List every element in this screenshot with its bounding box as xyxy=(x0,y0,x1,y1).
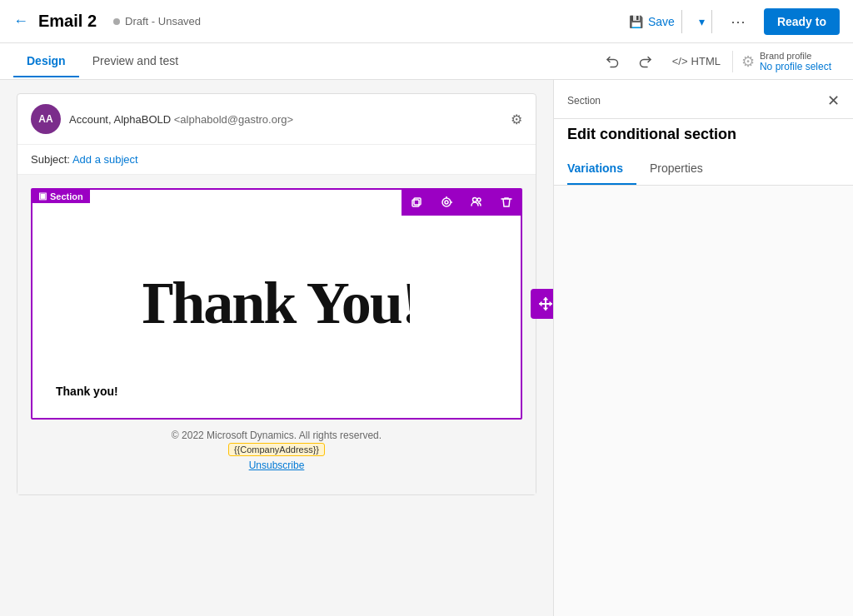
close-panel-button[interactable]: ✕ xyxy=(827,92,840,110)
right-panel: Section ✕ Edit conditional section Varia… xyxy=(553,80,853,616)
brand-profile-value: No profile select xyxy=(760,61,831,72)
copyright-text: © 2022 Microsoft Dynamics. All rights re… xyxy=(44,430,509,441)
save-dropdown-button[interactable]: ▾ xyxy=(692,10,712,33)
tab-variations[interactable]: Variations xyxy=(567,153,636,185)
settings-button[interactable]: ⚙ xyxy=(511,112,522,127)
company-address-tag: {{CompanyAddress}} xyxy=(228,443,325,456)
section-toolbar xyxy=(402,189,521,216)
thank-you-image: Thank You! xyxy=(143,231,410,365)
section-condition-button[interactable] xyxy=(431,189,461,216)
save-label: Save xyxy=(648,15,675,28)
panel-tabs: Variations Properties xyxy=(554,153,853,186)
right-panel-header: Section ✕ xyxy=(554,80,853,119)
subject-prefix: Subject: xyxy=(31,153,70,166)
avatar: AA xyxy=(31,104,61,134)
sender-info: Account, AlphaBOLD <alphabold@gastro.org… xyxy=(69,113,511,126)
brand-profile-icon: ⚙ xyxy=(741,52,755,71)
draft-label: Draft - Unsaved xyxy=(125,15,201,27)
back-button[interactable]: ← xyxy=(13,12,28,30)
panel-content xyxy=(554,186,853,616)
main-content: AA Account, AlphaBOLD <alphabold@gastro.… xyxy=(0,80,853,616)
svg-point-3 xyxy=(445,201,448,204)
svg-point-6 xyxy=(473,198,477,202)
ready-to-button[interactable]: Ready to xyxy=(764,8,840,35)
section-content: Thank You! Thank you! xyxy=(32,190,521,418)
sender-name: Account, AlphaBOLD xyxy=(69,113,171,126)
section-audience-button[interactable] xyxy=(461,189,491,216)
undo-button[interactable] xyxy=(597,47,627,77)
right-panel-title-row: Section xyxy=(567,95,601,107)
svg-rect-0 xyxy=(412,200,419,206)
thank-you-svg: Thank You! xyxy=(143,231,410,365)
save-icon: 💾 xyxy=(629,15,643,28)
email-body-area: ▣ Section xyxy=(17,175,536,494)
svg-rect-1 xyxy=(414,198,421,205)
more-options-button[interactable]: ⋯ xyxy=(722,7,754,36)
tab-design[interactable]: Design xyxy=(13,46,79,77)
email-footer: © 2022 Microsoft Dynamics. All rights re… xyxy=(31,420,522,481)
toolbar-icons: </> HTML ⚙ Brand profile No profile sele… xyxy=(597,47,840,77)
svg-text:Thank You!: Thank You! xyxy=(143,270,410,336)
brand-profile-section: ⚙ Brand profile No profile select xyxy=(732,51,840,72)
canvas-area[interactable]: AA Account, AlphaBOLD <alphabold@gastro.… xyxy=(0,80,553,616)
draft-status: Draft - Unsaved xyxy=(113,15,201,27)
svg-point-7 xyxy=(477,198,481,201)
save-button[interactable]: 💾 Save xyxy=(622,10,682,33)
email-title: Email 2 xyxy=(38,12,97,31)
right-panel-main-title: Edit conditional section xyxy=(554,119,853,153)
section-delete-button[interactable] xyxy=(491,189,521,216)
subject-input[interactable]: Add a subject xyxy=(72,153,138,166)
email-card: AA Account, AlphaBOLD <alphabold@gastro.… xyxy=(17,93,536,495)
section-block[interactable]: ▣ Section xyxy=(31,188,522,420)
redo-button[interactable] xyxy=(631,47,661,77)
section-duplicate-button[interactable] xyxy=(402,189,431,216)
svg-point-2 xyxy=(442,198,451,206)
brand-profile-text: Brand profile No profile select xyxy=(760,51,831,72)
top-header: ← Email 2 Draft - Unsaved 💾 Save ▾ ⋯ Rea… xyxy=(0,0,853,43)
section-label: ▣ Section xyxy=(32,189,90,203)
html-button[interactable]: </> HTML xyxy=(664,50,729,72)
second-toolbar: Design Preview and test </> HTML ⚙ Brand… xyxy=(0,43,853,80)
html-icon: </> xyxy=(672,55,688,67)
brand-profile-label: Brand profile xyxy=(760,51,831,61)
tab-properties[interactable]: Properties xyxy=(650,153,716,185)
tab-preview-test[interactable]: Preview and test xyxy=(79,46,192,77)
email-header-bar: AA Account, AlphaBOLD <alphabold@gastro.… xyxy=(17,94,536,145)
html-label: HTML xyxy=(691,55,721,67)
sender-email: <alphabold@gastro.org> xyxy=(174,113,293,126)
unsubscribe-link[interactable]: Unsubscribe xyxy=(44,460,509,471)
section-icon: ▣ xyxy=(38,191,47,201)
subject-bar: Subject: Add a subject xyxy=(17,145,536,175)
right-panel-section-label: Section xyxy=(567,95,601,107)
draft-dot xyxy=(113,18,120,25)
thank-you-small-text: Thank you! xyxy=(49,381,125,401)
move-handle[interactable] xyxy=(531,289,553,319)
